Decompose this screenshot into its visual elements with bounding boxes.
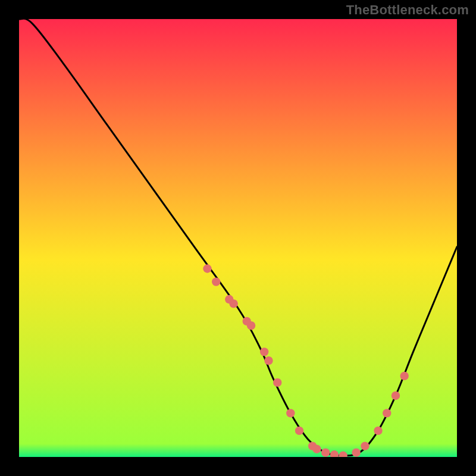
watermark-label: TheBottleneck.com xyxy=(346,2,469,18)
data-marker xyxy=(203,264,211,273)
data-marker xyxy=(229,299,237,308)
app-frame: TheBottleneck.com xyxy=(0,0,476,476)
data-marker xyxy=(273,378,281,387)
data-marker xyxy=(295,427,303,435)
data-marker xyxy=(260,347,268,356)
bottleneck-chart xyxy=(19,19,457,457)
data-marker xyxy=(383,409,391,417)
data-marker xyxy=(312,445,321,453)
data-marker xyxy=(392,392,400,400)
data-marker xyxy=(352,448,361,456)
gradient-background xyxy=(19,19,457,457)
data-marker xyxy=(361,441,369,450)
data-marker xyxy=(247,321,255,330)
data-marker xyxy=(286,409,295,417)
data-marker xyxy=(374,427,382,435)
data-marker xyxy=(400,372,408,380)
data-marker xyxy=(264,356,273,365)
data-marker xyxy=(321,448,330,456)
chart-container xyxy=(19,19,457,457)
data-marker xyxy=(212,277,220,286)
